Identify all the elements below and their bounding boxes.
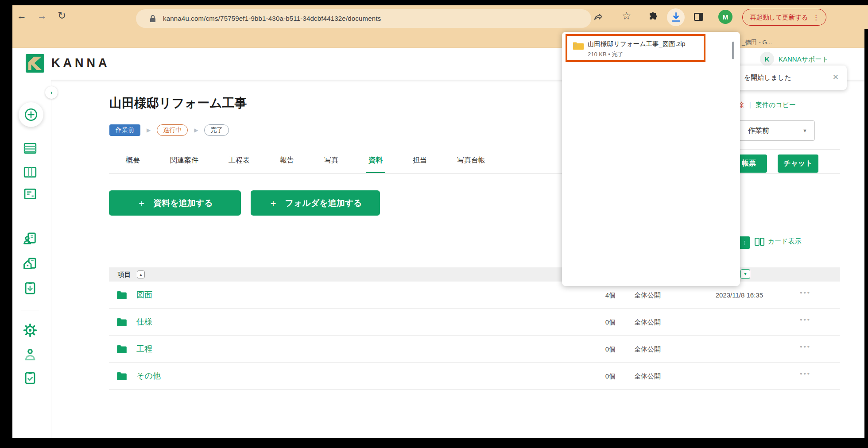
share-icon[interactable] <box>593 12 604 22</box>
zip-file-icon <box>573 42 584 50</box>
reload-icon[interactable]: ↻ <box>58 11 66 21</box>
folder-link[interactable]: 工程 <box>136 344 152 354</box>
download-file-meta: 210 KB • 完了 <box>588 50 623 58</box>
sidebar-item-settings-gear-icon[interactable] <box>23 323 38 338</box>
url-text[interactable]: kanna4u.com/cms/75759ef1-9bb1-430a-b511-… <box>163 15 381 22</box>
tab-reports[interactable]: 報告 <box>280 156 294 174</box>
sidebar-item-client-docs[interactable] <box>23 231 38 246</box>
row-menu-button[interactable]: ••• <box>800 316 811 323</box>
folder-icon <box>116 344 128 355</box>
extensions-puzzle-icon[interactable] <box>647 12 658 22</box>
row-menu-button[interactable]: ••• <box>800 343 811 350</box>
status-steps: 作業前 ▶ 進行中 ▶ 完了 <box>109 124 229 136</box>
add-folder-button[interactable]: ＋ フォルダを追加する <box>251 190 380 216</box>
tab-documents[interactable]: 資料 <box>368 156 383 174</box>
step-arrow-icon: ▶ <box>194 127 198 133</box>
bookmark-star-icon[interactable]: ☆ <box>622 11 632 21</box>
tab-photos[interactable]: 写真 <box>324 156 338 174</box>
tab-related-cases[interactable]: 関連案件 <box>170 156 198 174</box>
back-icon[interactable]: ← <box>17 11 27 21</box>
step-arrow-icon: ▶ <box>147 127 151 133</box>
download-item[interactable]: 山田様邸リフォーム工事_図面.zip 210 KB • 完了 <box>566 34 705 62</box>
item-count: 4個 <box>576 291 616 300</box>
sidebar-item-received[interactable] <box>23 281 38 296</box>
screen: ← → ↻ kanna4u.com/cms/75759ef1-9bb1-430a… <box>0 0 868 448</box>
table-row[interactable]: その他 0個 全体公開 ••• <box>109 363 840 390</box>
updated-at: 2023/11/8 16:35 <box>683 291 763 299</box>
browser-profile-avatar[interactable]: M <box>718 10 732 24</box>
visibility-label: 全体公開 <box>634 345 661 354</box>
plus-icon: ＋ <box>137 197 146 209</box>
folder-icon <box>116 371 128 382</box>
folder-link[interactable]: 図面 <box>136 290 152 300</box>
sidebar-divider <box>21 310 39 310</box>
sidebar-expand-button[interactable]: › <box>45 86 58 99</box>
table-row[interactable]: 仕様 0個 全体公開 ••• <box>109 309 840 336</box>
copy-case-link[interactable]: 案件のコピー <box>756 101 796 109</box>
panel-divider <box>736 149 840 150</box>
plus-circle-icon <box>23 107 39 122</box>
caret-down-icon: ▼ <box>802 128 807 133</box>
window-edge <box>864 29 868 438</box>
support-account-label[interactable]: KANNAサポート <box>779 55 829 64</box>
item-count: 0個 <box>576 345 616 354</box>
card-view-toggle[interactable]: カード表示 <box>755 237 802 246</box>
item-count: 0個 <box>576 372 616 381</box>
tab-schedule[interactable]: 工程表 <box>229 156 250 174</box>
sidebar-item-list[interactable] <box>23 141 38 156</box>
sidebar-item-profile[interactable] <box>23 347 38 362</box>
chevron-right-icon: › <box>50 89 53 96</box>
toast-close-icon[interactable]: ✕ <box>833 73 839 82</box>
table-row[interactable]: 工程 0個 全体公開 ••• <box>109 336 840 363</box>
sidebar-item-notes[interactable] <box>23 186 38 201</box>
row-menu-button[interactable]: ••• <box>800 289 811 296</box>
card-view-icon <box>755 238 764 246</box>
browser-update-button[interactable]: 再起動して更新する ⋮ <box>742 9 826 26</box>
table-header-item: 項目 <box>118 270 131 279</box>
sidebar-item-board[interactable] <box>23 165 38 180</box>
tab-photo-ledger[interactable]: 写真台帳 <box>457 156 485 174</box>
sidebar-item-project-docs[interactable] <box>23 256 38 271</box>
folder-icon <box>116 317 128 328</box>
lock-icon <box>149 15 156 23</box>
side-panel-icon[interactable] <box>694 12 704 22</box>
visibility-label: 全体公開 <box>634 318 661 327</box>
card-view-label: カード表示 <box>768 237 802 246</box>
support-avatar[interactable]: K <box>760 52 774 66</box>
forward-icon[interactable]: → <box>37 11 47 21</box>
folder-icon <box>116 290 128 301</box>
tab-overview[interactable]: 概要 <box>126 156 140 174</box>
visibility-label: 全体公開 <box>634 291 661 300</box>
downloads-icon[interactable] <box>670 12 682 23</box>
status-select[interactable]: 作業前 ▼ <box>739 120 815 141</box>
toast-message: を開始しました <box>744 73 791 82</box>
update-button-label: 再起動して更新する <box>750 13 808 22</box>
downloads-popup: 山田様邸リフォーム工事_図面.zip 210 KB • 完了 <box>562 32 740 286</box>
kanna-logo-icon[interactable] <box>26 54 44 73</box>
date-sort-button[interactable]: ▼ <box>740 269 750 279</box>
page-title: 山田様邸リフォーム工事 <box>109 95 247 112</box>
browser-menu-kebab-icon[interactable]: ⋮ <box>813 13 820 22</box>
tab-bar: 概要 関連案件 工程表 報告 写真 資料 担当 写真台帳 <box>126 156 485 174</box>
status-badge-before: 作業前 <box>109 124 140 136</box>
popup-scrollbar[interactable] <box>732 42 734 59</box>
link-separator: | <box>749 101 751 108</box>
folder-link[interactable]: その他 <box>136 371 161 381</box>
visibility-label: 全体公開 <box>634 372 661 381</box>
sidebar-divider <box>21 214 39 214</box>
row-menu-button[interactable]: ••• <box>800 370 811 377</box>
sidebar-item-tasks[interactable] <box>23 371 38 386</box>
folder-link[interactable]: 仕様 <box>136 317 152 327</box>
sort-ascending-button[interactable]: ▲ <box>137 270 145 278</box>
kanna-logo-text[interactable]: KANNA <box>51 56 110 70</box>
status-select-value: 作業前 <box>748 126 769 135</box>
item-count: 0個 <box>576 318 616 327</box>
add-document-button[interactable]: ＋ 資料を追加する <box>109 190 241 216</box>
sidebar-item-create[interactable] <box>19 102 43 127</box>
status-badge-done: 完了 <box>204 124 229 136</box>
tab-assignees[interactable]: 担当 <box>413 156 427 174</box>
sidebar-divider <box>21 400 39 400</box>
chat-button[interactable]: チャット <box>778 154 818 173</box>
bookmark-item[interactable]: _徳田 - G... <box>742 39 772 46</box>
download-file-name: 山田様邸リフォーム工事_図面.zip <box>588 40 686 48</box>
